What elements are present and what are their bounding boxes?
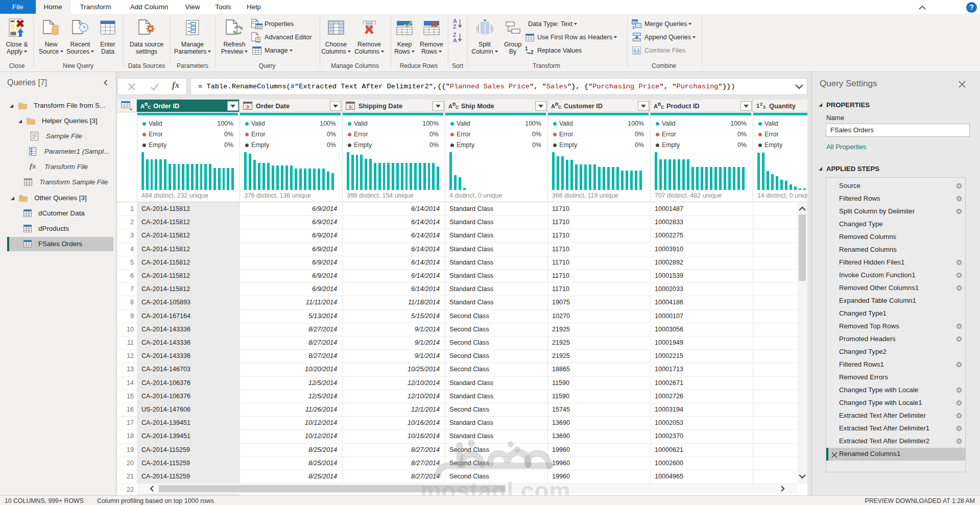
svg-text:1: 1 — [525, 46, 528, 52]
svg-text:Z: Z — [453, 23, 457, 29]
svg-text:A: A — [453, 37, 457, 43]
svg-text:2: 2 — [531, 50, 534, 55]
